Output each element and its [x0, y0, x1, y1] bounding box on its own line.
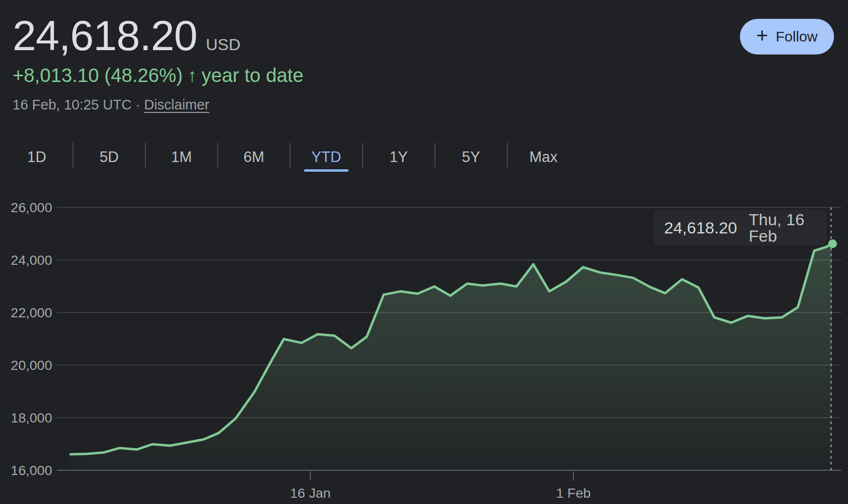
y-axis-label: 18,000	[11, 410, 52, 425]
y-axis-label: 20,000	[11, 358, 52, 373]
y-axis-label: 16,000	[11, 463, 52, 478]
x-axis-label: 16 Jan	[290, 486, 331, 501]
tooltip-date: Thu, 16 Feb	[749, 211, 827, 244]
x-axis-label: 1 Feb	[556, 486, 591, 501]
area-fill	[70, 244, 832, 470]
finance-quote-page: 24,618.20 USD + Follow +8,013.10 (48.26%…	[0, 0, 848, 504]
y-axis-label: 24,000	[11, 253, 52, 268]
current-price-dot	[828, 239, 837, 248]
chart-tooltip: 24,618.20 Thu, 16 Feb	[654, 210, 827, 245]
tooltip-price: 24,618.20	[664, 219, 737, 236]
price-chart[interactable]: 26,00024,00022,00020,00018,00016,00016 J…	[0, 0, 848, 504]
y-axis-label: 26,000	[11, 200, 52, 215]
y-axis-label: 22,000	[11, 305, 52, 320]
